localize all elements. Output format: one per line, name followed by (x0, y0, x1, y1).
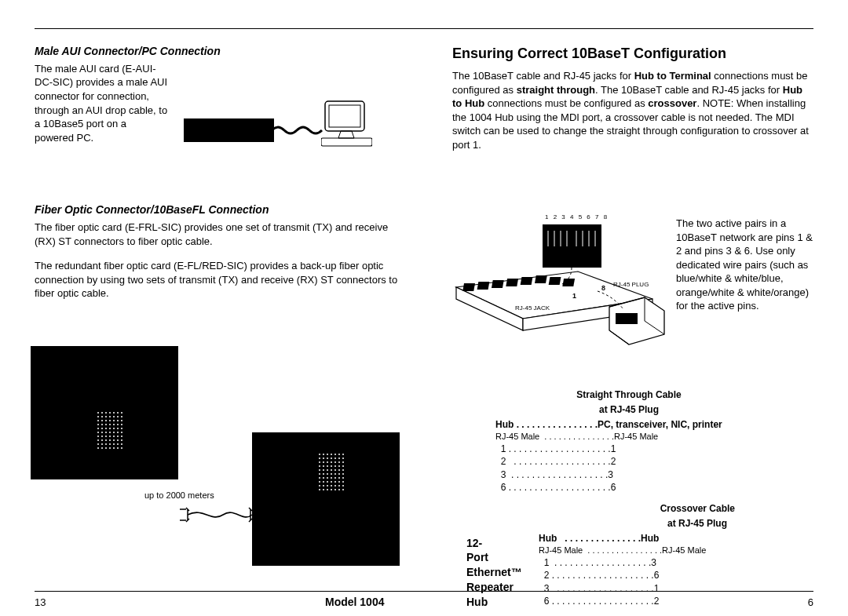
heading-fiber: Fiber Optic Connector/10BaseFL Connectio… (35, 202, 404, 217)
page-number-right: 6 (808, 596, 813, 610)
svg-point-107 (342, 469, 344, 471)
svg-point-51 (121, 436, 122, 437)
svg-point-49 (113, 436, 115, 437)
svg-point-125 (331, 481, 332, 483)
rj45-illustration: 1 2 3 4 5 6 7 8 RJ-45 PLUG RJ-45 JACK 1 … (452, 217, 813, 374)
svg-point-132 (331, 485, 332, 487)
cross-r3: 3 . . . . . . . . . . . . . . . . . . .1 (495, 582, 762, 595)
svg-point-19 (105, 420, 107, 421)
svg-point-5 (105, 412, 107, 414)
svg-point-135 (342, 485, 344, 487)
svg-point-6 (109, 412, 111, 414)
svg-point-75 (327, 454, 328, 455)
svg-point-74 (323, 454, 324, 455)
svg-point-48 (109, 436, 111, 437)
svg-point-59 (97, 443, 99, 445)
svg-point-21 (113, 420, 115, 421)
drop-cable-icon (272, 122, 327, 138)
svg-point-57 (117, 439, 119, 441)
svg-point-60 (101, 443, 103, 445)
svg-point-63 (113, 443, 115, 445)
active-pairs-para: The two active pairs in a 10BaseT networ… (676, 217, 813, 313)
svg-point-54 (105, 439, 107, 441)
cross-r1: 1 . . . . . . . . . . . . . . . . . . .3 (495, 556, 762, 569)
svg-rect-153 (477, 282, 490, 290)
rj45-diagram-icon (452, 217, 672, 374)
svg-point-81 (323, 457, 324, 459)
svg-point-31 (97, 428, 99, 429)
svg-point-101 (319, 469, 320, 471)
cross-r2: 2 . . . . . . . . . . . . . . . . . . . … (495, 569, 762, 581)
svg-point-121 (342, 477, 344, 479)
svg-rect-159 (562, 279, 575, 286)
svg-point-50 (117, 436, 119, 437)
svg-point-28 (113, 424, 115, 425)
svg-point-123 (323, 481, 324, 483)
svg-point-104 (331, 469, 332, 471)
svg-point-55 (109, 439, 111, 441)
cross-head: Hub . . . . . . . . . . . . . . .Hub (495, 532, 762, 545)
svg-point-44 (121, 432, 122, 433)
svg-point-91 (334, 461, 336, 463)
fiber-unit-a-icon (31, 346, 178, 479)
svg-rect-2 (321, 138, 372, 146)
svg-point-17 (97, 420, 99, 421)
svg-point-141 (338, 489, 340, 490)
rule-bottom (35, 591, 813, 592)
cross-r4: 6 . . . . . . . . . . . . . . . . . . . … (495, 595, 762, 607)
pinout-tables: Straight Through Cable at RJ-45 Plug Hub… (495, 389, 762, 607)
cross-title2: at RJ-45 Plug (495, 518, 762, 530)
svg-point-142 (342, 489, 344, 490)
footer-model: Model 1004 (325, 595, 384, 610)
svg-point-79 (342, 454, 344, 455)
svg-point-35 (113, 428, 115, 429)
svg-point-22 (117, 420, 119, 421)
svg-point-126 (334, 481, 336, 483)
svg-point-36 (117, 428, 119, 429)
svg-point-3 (97, 412, 99, 414)
svg-rect-1 (329, 105, 360, 127)
heading-10baset: Ensuring Correct 10BaseT Configuration (452, 44, 813, 63)
svg-point-33 (105, 428, 107, 429)
svg-point-94 (319, 465, 320, 467)
svg-point-24 (97, 424, 99, 425)
svg-point-15 (117, 416, 119, 417)
svg-point-140 (334, 489, 336, 490)
svg-point-42 (113, 432, 115, 433)
svg-point-124 (327, 481, 328, 483)
svg-point-34 (109, 428, 111, 429)
svg-point-98 (334, 465, 336, 467)
svg-rect-0 (325, 101, 364, 131)
svg-point-61 (105, 443, 107, 445)
svg-point-4 (101, 412, 103, 414)
svg-point-23 (121, 420, 122, 421)
svg-point-45 (97, 436, 99, 437)
svg-point-106 (338, 469, 340, 471)
svg-point-13 (109, 416, 111, 417)
pc-monitor-icon (321, 99, 372, 148)
aui-pc-illustration (184, 99, 380, 169)
svg-point-41 (109, 432, 111, 433)
svg-point-112 (334, 473, 336, 475)
rj45-jack-label: RJ-45 JACK (515, 304, 550, 313)
page-number-left: 13 (35, 596, 46, 610)
straight-r1: 1 . . . . . . . . . . . . . . . . . . . … (495, 443, 762, 455)
svg-point-77 (334, 454, 336, 455)
svg-point-102 (323, 469, 324, 471)
svg-point-118 (331, 477, 332, 479)
svg-point-93 (342, 461, 344, 463)
svg-point-58 (121, 439, 122, 441)
svg-point-40 (105, 432, 107, 433)
svg-point-9 (121, 412, 122, 414)
svg-point-110 (327, 473, 328, 475)
rule-top (35, 28, 813, 29)
svg-point-64 (117, 443, 119, 445)
svg-point-11 (101, 416, 103, 417)
svg-point-103 (327, 469, 328, 471)
svg-rect-156 (521, 277, 533, 285)
svg-point-68 (105, 447, 107, 449)
svg-point-26 (105, 424, 107, 425)
svg-point-7 (113, 412, 115, 414)
para-fiber2: The redundant fiber optic card (E-FL/RED… (35, 259, 404, 301)
svg-point-134 (338, 485, 340, 487)
